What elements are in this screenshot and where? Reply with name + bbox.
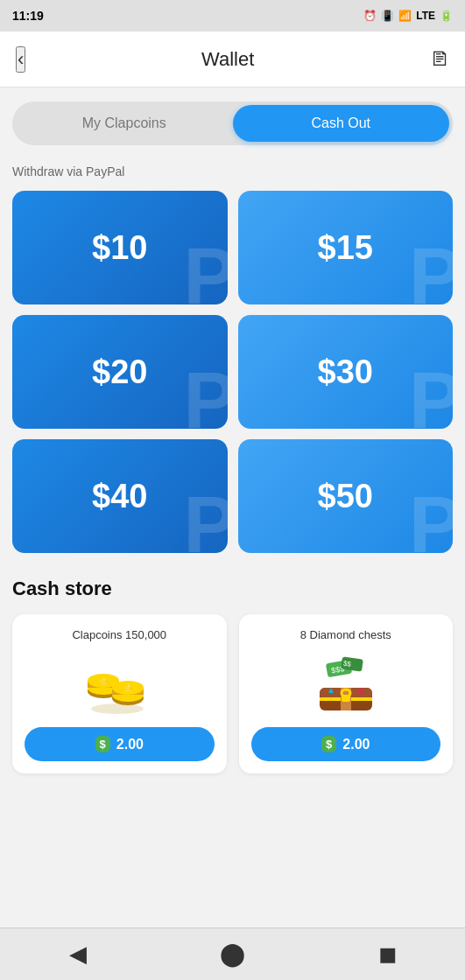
status-icons: ⏰ 📳 📶 LTE 🔋 — [363, 10, 453, 22]
store-item-clapcoins-img: ⭐ ⭐ — [84, 654, 154, 715]
tab-myclapcoins[interactable]: My Clapcoins — [16, 105, 233, 142]
lte-label: LTE — [416, 10, 435, 22]
store-item-clapcoins-title: Clapcoins 150,000 — [72, 628, 166, 641]
watermark-40: P — [183, 480, 227, 553]
tab-switcher: My Clapcoins Cash Out — [12, 102, 453, 145]
nav-home-button[interactable]: ⬤ — [207, 937, 259, 972]
cashout-40[interactable]: P $40 — [12, 439, 228, 553]
withdraw-label: Withdraw via PayPal — [12, 164, 453, 178]
svg-point-0 — [91, 704, 144, 714]
signal-icon: 📶 — [398, 10, 412, 22]
cashout-10[interactable]: P $10 — [12, 191, 228, 304]
cashout-amount-20: $20 — [92, 354, 147, 391]
cashout-amount-30: $30 — [318, 354, 373, 391]
watermark-50: P — [409, 480, 453, 553]
nav-recent-button[interactable]: ◼ — [362, 937, 414, 972]
money-icon-2: $ — [321, 736, 336, 752]
menu-icon[interactable]: 🖹 — [430, 48, 449, 71]
diamondchests-image-svg: $$$ $$ — [311, 654, 381, 714]
header: ‹ Wallet 🖹 — [0, 32, 465, 88]
tab-cashout[interactable]: Cash Out — [233, 105, 450, 142]
cashout-50[interactable]: P $50 — [238, 439, 454, 553]
status-bar: 11:19 ⏰ 📳 📶 LTE 🔋 — [0, 0, 465, 32]
watermark-30: P — [409, 356, 453, 429]
store-item-diamondchests-buy-button[interactable]: $ 2.00 — [251, 727, 441, 761]
cashout-20[interactable]: P $20 — [12, 315, 228, 429]
cashout-grid: P $10 P $15 P $20 P $30 P $40 P $50 — [12, 191, 453, 553]
watermark-20: P — [183, 356, 227, 429]
store-item-diamondchests: 8 Diamond chests $$$ $$ — [239, 614, 454, 774]
cash-store-title: Cash store — [12, 578, 453, 600]
svg-text:⭐: ⭐ — [123, 682, 134, 694]
vibrate-icon: 📳 — [381, 10, 394, 22]
cashout-amount-50: $50 — [318, 478, 373, 515]
bottom-nav: ◀ ⬤ ◼ — [0, 928, 465, 980]
watermark-10: P — [183, 232, 227, 304]
cashout-amount-10: $10 — [92, 229, 147, 267]
cashout-amount-40: $40 — [92, 478, 147, 515]
battery-icon: 🔋 — [440, 10, 453, 22]
cashout-15[interactable]: P $15 — [238, 191, 454, 304]
svg-text:$$: $$ — [342, 660, 352, 668]
nav-back-button[interactable]: ◀ — [52, 937, 104, 972]
page-title: Wallet — [201, 48, 254, 71]
store-item-clapcoins: Clapcoins 150,000 ⭐ ⭐ — [12, 614, 227, 774]
store-item-diamondchests-img: $$$ $$ — [311, 654, 381, 715]
money-icon-1: $ — [95, 736, 110, 752]
store-grid: Clapcoins 150,000 ⭐ ⭐ — [12, 614, 453, 774]
cashout-30[interactable]: P $30 — [238, 315, 454, 429]
store-item-diamondchests-price: 2.00 — [342, 737, 370, 752]
store-item-diamondchests-title: 8 Diamond chests — [300, 628, 391, 641]
store-item-clapcoins-price: 2.00 — [116, 737, 144, 752]
clapcoins-image-svg: ⭐ ⭐ — [84, 654, 154, 714]
watermark-15: P — [409, 232, 453, 304]
alarm-icon: ⏰ — [363, 10, 377, 22]
status-time: 11:19 — [12, 9, 44, 23]
store-item-clapcoins-buy-button[interactable]: $ 2.00 — [25, 727, 215, 761]
back-button[interactable]: ‹ — [16, 46, 25, 73]
svg-text:⭐: ⭐ — [98, 676, 109, 687]
main-content: My Clapcoins Cash Out Withdraw via PayPa… — [0, 88, 465, 928]
cashout-amount-15: $15 — [318, 229, 373, 267]
